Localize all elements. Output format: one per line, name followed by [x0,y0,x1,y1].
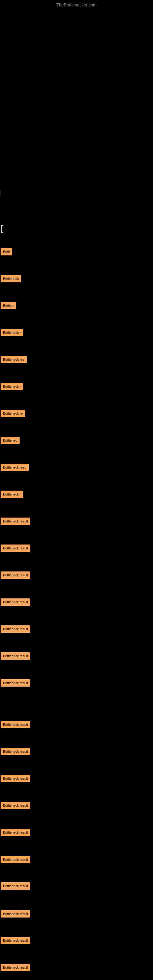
result-badge-26: Bottleneck result [1,964,30,971]
result-badge-9: Bottleneck r [1,491,23,498]
result-badge-16: Bottleneck result [1,679,30,687]
result-badge-1: Bottleneck [1,275,21,282]
result-badge-23: Bottleneck result [1,882,30,890]
result-badge-19: Bottleneck result [1,775,30,782]
result-badge-22: Bottleneck result [1,856,30,863]
result-badge-18: Bottleneck result [1,748,30,755]
result-badge-24: Bottleneck result [1,910,30,918]
result-badge-12: Bottleneck result [1,571,30,579]
result-badge-8: Bottleneck resu [1,464,29,471]
result-badge-21: Bottleneck result [1,829,30,836]
result-badge-20: Bottleneck result [1,802,30,809]
result-badge-17: Bottleneck result [1,721,30,728]
result-badge-11: Bottleneck result [1,544,30,552]
result-badge-5: Bottleneck r [1,383,23,390]
result-badge-2: Bottlen [1,302,16,309]
result-badge-6: Bottleneck re [1,410,25,417]
result-badge-15: Bottleneck result [1,652,30,660]
result-badge-7: Bottlenec [1,437,19,444]
result-badge-14: Bottleneck result [1,625,30,633]
site-title: TheBottlenecker.com [56,2,97,7]
result-badge-13: Bottleneck result [1,598,30,606]
cursor-line [1,190,1,197]
result-badge-25: Bottleneck result [1,937,30,944]
bracket-indicator: [ [1,224,3,233]
result-badge-4: Bottleneck res [1,356,27,363]
result-badge-3: Bottleneck r [1,329,23,336]
result-badge-0: Bottl [1,248,12,255]
result-badge-10: Bottleneck result [1,517,30,525]
